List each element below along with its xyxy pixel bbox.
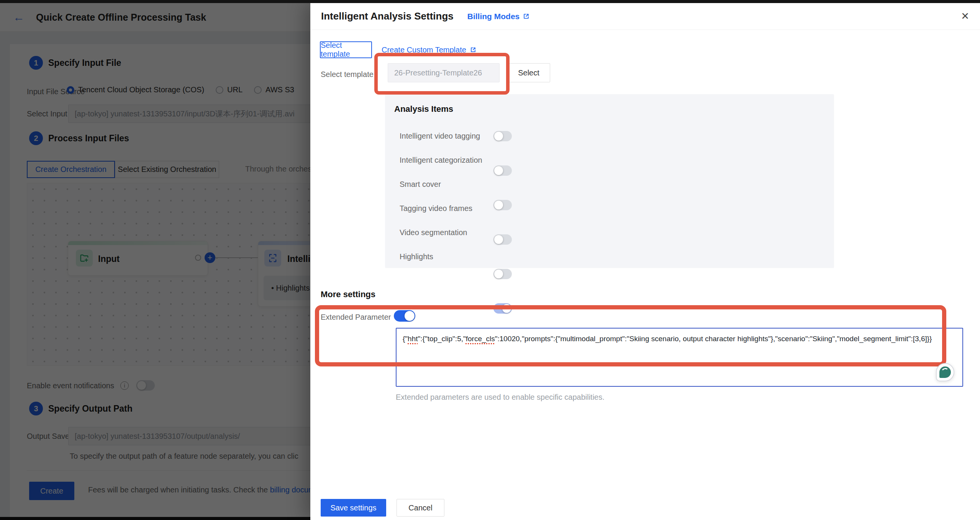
- drawer-header: Intelligent Analysis Settings Billing Mo…: [310, 3, 980, 30]
- drawer-title: Intelligent Analysis Settings: [321, 10, 454, 22]
- window-bottom-edge: [0, 517, 310, 520]
- tab-select-template[interactable]: Select template: [320, 41, 372, 58]
- extended-parameter-textarea[interactable]: {"hht":{"top_clip":5,"force_cls":10020,"…: [396, 328, 963, 387]
- external-link-icon: [523, 13, 530, 20]
- modal-mask[interactable]: [0, 3, 310, 520]
- toggle-highlights[interactable]: [493, 303, 512, 314]
- analysis-items-panel: Analysis Items Intelligent video tagging…: [385, 94, 834, 268]
- billing-modes-link[interactable]: Billing Modes: [467, 12, 530, 21]
- analysis-item-label: Video segmentation: [400, 227, 467, 238]
- required-star: *: [375, 70, 378, 78]
- toggle-intelligent-video-tagging[interactable]: [493, 131, 512, 141]
- template-name-field[interactable]: 26-Presetting-Template26: [388, 63, 500, 82]
- analysis-item-label: Intelligent video tagging: [400, 131, 480, 141]
- analysis-item-label: Smart cover: [400, 179, 441, 190]
- create-custom-template-label: Create Custom Template: [382, 46, 466, 54]
- toggle-tagging-video-frames[interactable]: [493, 234, 512, 245]
- extended-parameter-toggle[interactable]: [394, 310, 415, 322]
- feedback-chat-icon[interactable]: [936, 363, 954, 381]
- toggle-smart-cover[interactable]: [493, 200, 512, 210]
- external-link-icon: [470, 46, 477, 53]
- toggle-video-segmentation[interactable]: [493, 269, 512, 279]
- analysis-items-title: Analysis Items: [394, 104, 453, 114]
- chat-bubble-icon: [939, 366, 951, 378]
- select-template-label-wrap: Select template*: [321, 69, 378, 80]
- save-settings-button[interactable]: Save settings: [321, 499, 386, 517]
- billing-modes-label: Billing Modes: [467, 12, 520, 21]
- select-template-label: Select template: [321, 70, 374, 78]
- cancel-button[interactable]: Cancel: [397, 499, 444, 517]
- extended-parameter-help: Extended parameters are used to enable s…: [396, 393, 605, 402]
- toggle-intelligent-categorization[interactable]: [493, 165, 512, 176]
- extended-parameter-label: Extended Parameter: [321, 312, 391, 322]
- extended-parameter-value: {"hht":{"top_clip":5,"force_cls":10020,"…: [403, 335, 932, 343]
- tab-create-custom-template[interactable]: Create Custom Template: [382, 41, 477, 58]
- select-template-button[interactable]: Select: [507, 63, 550, 82]
- window-top-edge: [0, 0, 980, 3]
- close-icon[interactable]: ✕: [961, 10, 969, 22]
- intelligent-analysis-settings-drawer: Intelligent Analysis Settings Billing Mo…: [310, 3, 980, 520]
- analysis-item-label: Intelligent categorization: [400, 155, 482, 165]
- analysis-item-label: Tagging video frames: [400, 203, 472, 214]
- more-settings-title: More settings: [321, 289, 375, 299]
- analysis-item-label: Highlights: [400, 251, 433, 262]
